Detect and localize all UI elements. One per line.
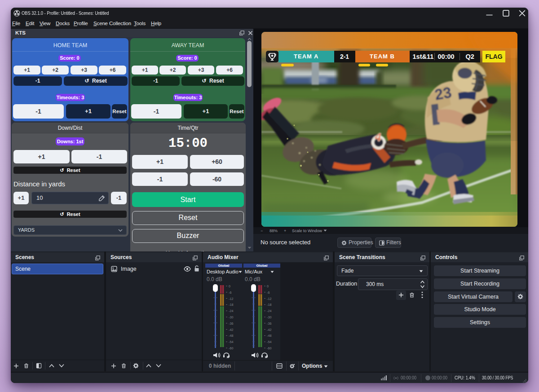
svg-text:-12: -12 [267,297,271,301]
svg-text:-18: -18 [229,303,233,307]
svg-text:-60: -60 [267,346,271,350]
svg-text:-48: -48 [267,334,271,338]
svg-text:-24: -24 [267,309,271,313]
svg-text:-6: -6 [267,291,270,295]
svg-text:-12: -12 [229,297,233,301]
svg-text:-42: -42 [267,328,271,332]
svg-text:0: 0 [229,284,230,288]
svg-text:0: 0 [267,284,269,288]
svg-text:-30: -30 [229,315,233,319]
svg-text:-24: -24 [229,309,233,313]
svg-text:-36: -36 [229,322,233,326]
svg-text:-36: -36 [267,322,271,326]
svg-text:-18: -18 [267,303,271,307]
svg-text:-60: -60 [229,346,233,350]
svg-text:23: 23 [433,84,453,103]
svg-text:-54: -54 [229,340,233,344]
svg-text:-6: -6 [229,291,231,295]
svg-text:-30: -30 [267,315,271,319]
svg-text:-48: -48 [229,334,233,338]
svg-text:-54: -54 [267,340,271,344]
svg-text:-42: -42 [229,328,233,332]
